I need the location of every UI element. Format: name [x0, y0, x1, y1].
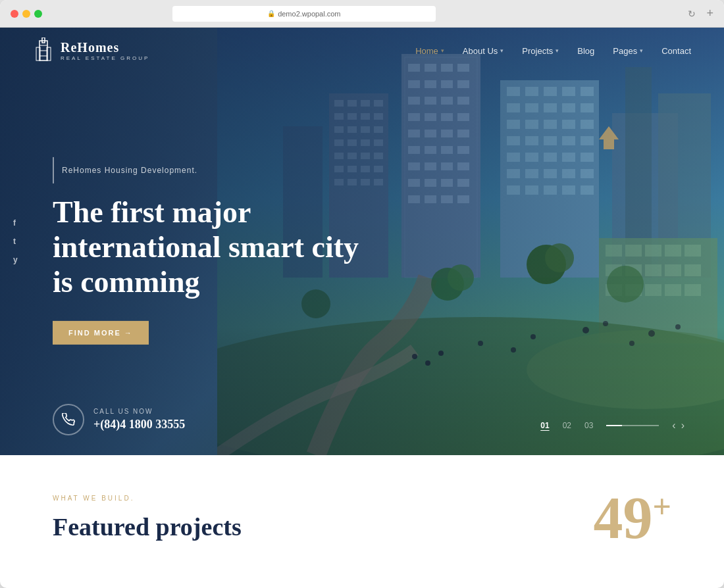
call-info: CALL US NOW +(84)4 1800 33555 — [93, 408, 185, 431]
nav-link-pages[interactable]: Pages ▾ — [613, 46, 643, 56]
call-number: +(84)4 1800 33555 — [93, 418, 185, 431]
nav-link-home[interactable]: Home ▾ — [415, 46, 444, 56]
nav-menu: Home ▾ About Us ▾ Projects ▾ — [415, 46, 691, 56]
url-text: demo2.wpopal.com — [278, 10, 340, 18]
traffic-lights — [11, 10, 42, 18]
nav-label-blog: Blog — [577, 46, 594, 56]
nav-item-projects[interactable]: Projects ▾ — [522, 46, 559, 56]
find-more-button[interactable]: FIND MORE → — [53, 321, 149, 345]
nav-link-about[interactable]: About Us ▾ — [463, 46, 504, 56]
counter-plus: + — [653, 488, 672, 525]
counter-number: 49 — [594, 485, 653, 551]
minimize-button[interactable] — [22, 10, 30, 18]
nav-label-contact: Contact — [661, 46, 691, 56]
hero-content: ReHomes Housing Development. The first m… — [53, 157, 369, 345]
logo-subtitle: REAL ESTATE GROUP — [61, 55, 149, 61]
logo[interactable]: ReHomes REAL ESTATE GROUP — [33, 37, 149, 64]
nav-label-home: Home — [415, 46, 438, 56]
address-bar[interactable]: 🔒 demo2.wpopal.com — [172, 6, 436, 22]
nav-chevron-projects: ▾ — [556, 47, 559, 54]
social-sidebar: f t y — [13, 218, 18, 264]
nav-link-projects[interactable]: Projects ▾ — [522, 46, 559, 56]
slide-indicator-1[interactable]: 01 — [540, 421, 549, 430]
hero-title: The first major international smart city… — [53, 195, 369, 300]
hero-section: ReHomes REAL ESTATE GROUP Home ▾ About U… — [0, 28, 724, 455]
logo-title: ReHomes — [61, 40, 119, 55]
section-label: WHAT WE BUILD. — [53, 495, 671, 502]
add-tab-button[interactable]: + — [706, 7, 713, 20]
nav-item-contact[interactable]: Contact — [661, 46, 691, 56]
below-hero-section: WHAT WE BUILD. Featured projects 49+ — [0, 455, 724, 561]
nav-label-about: About Us — [463, 46, 498, 56]
nav-chevron-pages: ▾ — [640, 47, 643, 54]
nav-chevron-home: ▾ — [441, 47, 444, 54]
featured-projects-title: Featured projects — [53, 512, 671, 541]
facebook-icon[interactable]: f — [13, 218, 18, 228]
counter-display: 49+ — [594, 489, 672, 548]
browser-window: 🔒 demo2.wpopal.com ↻ + — [0, 0, 724, 588]
refresh-button[interactable]: ↻ — [688, 9, 696, 19]
phone-icon — [62, 413, 75, 426]
logo-text: ReHomes REAL ESTATE GROUP — [61, 40, 149, 61]
slide-prev-button[interactable]: ‹ — [672, 420, 675, 431]
hero-subtitle-text: ReHomes Housing Development. — [62, 166, 197, 175]
close-button[interactable] — [11, 10, 18, 18]
nav-item-pages[interactable]: Pages ▾ — [613, 46, 643, 56]
nav-link-contact[interactable]: Contact — [661, 46, 691, 56]
call-label: CALL US NOW — [93, 408, 185, 415]
slide-arrows: ‹ › — [672, 420, 685, 431]
nav-item-about[interactable]: About Us ▾ — [463, 46, 504, 56]
navbar: ReHomes REAL ESTATE GROUP Home ▾ About U… — [0, 28, 724, 74]
nav-chevron-about: ▾ — [500, 47, 504, 54]
logo-icon — [33, 37, 54, 64]
hero-subtitle: ReHomes Housing Development. — [53, 157, 369, 184]
twitter-icon[interactable]: t — [13, 237, 18, 246]
nav-label-pages: Pages — [613, 46, 637, 56]
youtube-icon[interactable]: y — [13, 255, 18, 264]
nav-item-blog[interactable]: Blog — [577, 46, 594, 56]
lock-icon: 🔒 — [267, 10, 275, 17]
call-us-section: CALL US NOW +(84)4 1800 33555 — [53, 404, 185, 435]
maximize-button[interactable] — [34, 10, 42, 18]
slide-indicator-2[interactable]: 02 — [563, 421, 571, 430]
slide-indicator-3[interactable]: 03 — [584, 421, 593, 430]
slide-next-button[interactable]: › — [681, 420, 685, 431]
browser-chrome: 🔒 demo2.wpopal.com ↻ + — [0, 0, 724, 28]
phone-icon-circle[interactable] — [53, 404, 84, 435]
slide-progress-bar — [606, 425, 659, 426]
slide-indicators: 01 02 03 ‹ › — [540, 420, 685, 431]
nav-label-projects: Projects — [522, 46, 553, 56]
svg-rect-145 — [42, 37, 45, 43]
slide-progress-fill — [606, 425, 622, 426]
nav-link-blog[interactable]: Blog — [577, 46, 594, 56]
nav-item-home[interactable]: Home ▾ — [415, 46, 444, 56]
